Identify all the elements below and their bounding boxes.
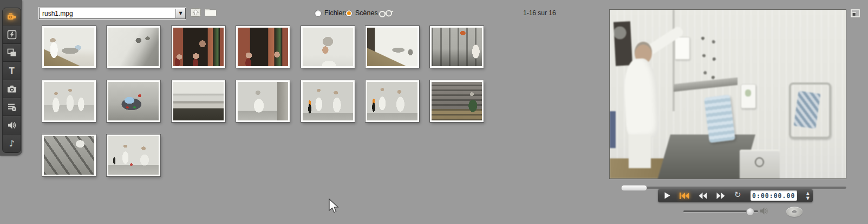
scene-image: [432, 82, 482, 120]
mouse-cursor: [329, 199, 341, 215]
scene-range-label: 1-16 sur 16: [523, 9, 556, 17]
radio-scenes-label: Scènes: [355, 9, 378, 17]
scene-image: [367, 82, 417, 120]
sidebar-item-sound-effects[interactable]: [3, 116, 21, 134]
dropdown-arrow-icon[interactable]: ▼: [175, 9, 185, 18]
scene-thumbnail-1[interactable]: [42, 26, 96, 68]
sidebar-item-photos[interactable]: [3, 80, 21, 98]
expand-view-icon[interactable]: [851, 9, 860, 17]
fast-forward-icon: [716, 193, 725, 199]
scene-image: [303, 82, 353, 120]
dvd-disc-icon: [786, 207, 802, 217]
overlap-frames-icon: [6, 48, 17, 57]
sidebar-item-themes[interactable]: [3, 44, 21, 62]
radio-circle-selected[interactable]: [345, 10, 353, 17]
scene-image: [238, 82, 288, 120]
fast-forward-button[interactable]: [716, 189, 725, 202]
scene-thumbnail-5[interactable]: [301, 26, 355, 68]
preview-video-frame: [610, 10, 846, 178]
speaker-icon[interactable]: [759, 207, 769, 215]
scene-image: [238, 28, 288, 66]
speaker-icon: [6, 120, 17, 130]
seek-handle[interactable]: [621, 185, 647, 191]
spinner-down-icon[interactable]: ▼: [806, 196, 810, 200]
scene-image: [44, 82, 94, 120]
scene-thumbnail-15[interactable]: [42, 135, 96, 176]
timecode-spinner[interactable]: ▲ ▼: [806, 191, 810, 200]
loop-button[interactable]: ↻: [734, 189, 741, 202]
photo-camera-icon: [6, 84, 17, 94]
volume-knob[interactable]: [746, 208, 754, 216]
title-text-icon: T: [9, 66, 14, 76]
play-icon: [664, 192, 670, 199]
scene-thumbnail-6[interactable]: [366, 26, 419, 68]
timecode-value: 0:00:00.00: [752, 192, 795, 200]
sidebar-item-titles[interactable]: T: [3, 62, 21, 80]
scene-thumbnail-9[interactable]: [107, 80, 160, 122]
scene-image: [108, 82, 159, 120]
browse-folder-button[interactable]: [204, 7, 217, 17]
scene-image: [432, 28, 482, 66]
radio-circle[interactable]: [315, 10, 322, 17]
sidebar-item-music[interactable]: ♪: [3, 135, 21, 152]
sidebar-item-videos[interactable]: [3, 8, 21, 25]
scene-thumbnail-10[interactable]: [172, 80, 225, 122]
scene-image: [44, 28, 94, 66]
radio-fichiers-label: Fichiers: [324, 9, 348, 17]
rewind-button[interactable]: [699, 189, 707, 202]
scene-thumbnail-8[interactable]: [42, 80, 96, 122]
file-dropdown[interactable]: rush1.mpg ▼: [39, 8, 186, 19]
transport-bar: ↻ 0:00:00.00 ▲ ▼: [658, 189, 813, 202]
disc-menu-icon: [6, 102, 17, 112]
glasses-icon[interactable]: [378, 8, 394, 18]
play-button[interactable]: [664, 189, 670, 202]
preview-monitor[interactable]: [609, 9, 846, 179]
scene-image: [173, 28, 224, 66]
radio-fichiers[interactable]: Fichiers: [315, 9, 348, 17]
lightning-icon: [6, 29, 17, 40]
scene-image: [108, 136, 159, 175]
scene-thumbnail-13[interactable]: [366, 80, 419, 122]
camcorder-icon: [6, 11, 18, 22]
timecode-display[interactable]: 0:00:00.00: [750, 190, 797, 201]
scene-image: [173, 82, 224, 120]
jump-to-start-button[interactable]: [680, 189, 689, 202]
album-view: T ♪: [0, 0, 868, 224]
scene-thumbnail-12[interactable]: [301, 80, 355, 122]
file-dropdown-value: rush1.mpg: [40, 10, 175, 17]
album-sidebar: T ♪: [2, 8, 21, 153]
music-note-icon: ♪: [9, 138, 14, 149]
scene-image: [367, 28, 417, 66]
radio-scenes[interactable]: Scènes: [345, 9, 378, 17]
scene-thumbnail-16[interactable]: [107, 135, 160, 176]
scene-thumbnail-3[interactable]: [172, 26, 225, 68]
scene-thumbnail-4[interactable]: [236, 26, 290, 68]
scene-image: [108, 28, 159, 66]
scene-thumbnail-7[interactable]: [430, 26, 484, 68]
scene-image: [303, 28, 353, 66]
spinner-up-icon[interactable]: ▲: [806, 191, 810, 195]
parent-folder-button[interactable]: [190, 8, 201, 17]
jump-to-start-icon: [680, 193, 689, 199]
sidebar-item-menus[interactable]: [3, 98, 21, 116]
rewind-icon: [699, 193, 707, 199]
scene-thumbnail-11[interactable]: [236, 80, 290, 122]
loop-icon: ↻: [734, 191, 741, 199]
scene-thumbnail-14[interactable]: [430, 80, 484, 122]
scene-image: [44, 136, 94, 175]
scene-thumbnail-2[interactable]: [107, 26, 160, 68]
sidebar-item-transitions[interactable]: [3, 25, 21, 43]
